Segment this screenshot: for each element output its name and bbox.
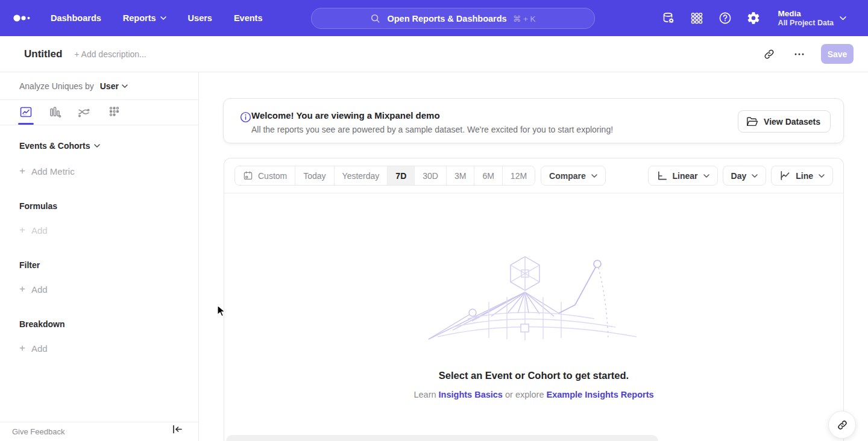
nav-dashboards[interactable]: Dashboards xyxy=(51,13,101,23)
report-description-placeholder[interactable]: + Add description... xyxy=(74,49,146,59)
add-filter-button[interactable]: + Add xyxy=(19,283,198,295)
plus-icon: + xyxy=(19,165,25,177)
search-shortcut: ⌘ + K xyxy=(513,14,536,23)
add-formula-button[interactable]: + Add xyxy=(19,224,198,236)
report-title[interactable]: Untitled xyxy=(24,48,62,60)
date-range-today[interactable]: Today xyxy=(295,166,333,185)
add-filter-label: Add xyxy=(31,284,48,295)
plus-icon: + xyxy=(19,224,25,236)
project-selector[interactable]: Media All Project Data xyxy=(778,8,846,28)
empty-state-title: Select an Event or Cohort to get started… xyxy=(224,370,843,381)
data-management-icon[interactable] xyxy=(661,11,676,25)
analyze-label: Analyze Uniques by xyxy=(19,81,94,91)
nav-users[interactable]: Users xyxy=(188,13,212,23)
chart-type-button[interactable]: Line xyxy=(771,166,833,186)
date-range-label: Custom xyxy=(258,171,287,181)
search-placeholder: Open Reports & Dashboards xyxy=(387,14,506,23)
chart-type-label: Line xyxy=(796,171,813,181)
sidebar-footer: Give Feedback xyxy=(0,422,198,441)
date-range-12m[interactable]: 12M xyxy=(502,166,535,185)
bar-chart-icon xyxy=(48,105,62,119)
formulas-label: Formulas xyxy=(19,201,57,211)
date-range-segmented-control: Custom Today Yesterday 7D 30D 3M 6M 12M xyxy=(234,166,535,186)
date-range-label: 30D xyxy=(423,171,438,181)
date-range-30d[interactable]: 30D xyxy=(414,166,446,185)
nav-reports-label: Reports xyxy=(123,13,156,23)
view-datasets-label: View Datasets xyxy=(764,117,820,127)
visualization-tabs xyxy=(0,100,198,125)
chevron-down-icon xyxy=(703,174,709,178)
global-search[interactable]: Open Reports & Dashboards ⌘ + K xyxy=(311,8,595,29)
insights-line-icon xyxy=(19,105,33,119)
save-button[interactable]: Save xyxy=(821,44,854,64)
plus-icon: + xyxy=(19,283,25,295)
collapse-sidebar-icon[interactable] xyxy=(172,425,183,434)
link-icon xyxy=(837,419,848,431)
insights-basics-link[interactable]: Insights Basics xyxy=(439,390,503,399)
project-name: Media xyxy=(778,8,834,19)
date-range-6m[interactable]: 6M xyxy=(474,166,502,185)
date-range-7d[interactable]: 7D xyxy=(387,166,414,185)
nav-reports[interactable]: Reports xyxy=(123,13,166,23)
project-scope: All Project Data xyxy=(778,19,834,28)
events-cohorts-label: Events & Cohorts xyxy=(19,141,90,151)
calendar-icon xyxy=(243,170,253,181)
plus-icon: + xyxy=(19,342,25,354)
example-insights-reports-link[interactable]: Example Insights Reports xyxy=(546,390,653,399)
chart-display-controls: Linear Day Line xyxy=(648,166,833,186)
give-feedback-link[interactable]: Give Feedback xyxy=(12,427,64,436)
bottom-panel-edge xyxy=(226,435,658,441)
date-range-custom[interactable]: Custom xyxy=(235,166,295,185)
tab-flows[interactable] xyxy=(76,100,92,124)
nav-events-label: Events xyxy=(234,13,263,23)
view-datasets-button[interactable]: View Datasets xyxy=(738,110,831,133)
analyze-value-dropdown[interactable]: User xyxy=(100,81,128,91)
add-breakdown-label: Add xyxy=(31,343,48,354)
date-range-3m[interactable]: 3M xyxy=(446,166,474,185)
insights-report-card: Custom Today Yesterday 7D 30D 3M 6M 12M … xyxy=(224,158,844,441)
date-range-label: 7D xyxy=(395,171,406,181)
settings-gear-icon[interactable] xyxy=(746,11,761,25)
line-chart-icon xyxy=(779,170,791,181)
report-header: Untitled + Add description... Save xyxy=(0,36,868,72)
date-range-label: 3M xyxy=(454,171,466,181)
info-icon xyxy=(239,111,252,124)
nav-users-label: Users xyxy=(188,13,212,23)
scale-button[interactable]: Linear xyxy=(648,166,718,186)
date-range-yesterday[interactable]: Yesterday xyxy=(334,166,388,185)
linear-scale-icon xyxy=(656,170,668,181)
tab-bar-chart[interactable] xyxy=(47,100,63,124)
interval-button[interactable]: Day xyxy=(723,166,767,186)
analyze-value: User xyxy=(100,81,119,91)
chevron-down-icon xyxy=(94,144,100,148)
date-range-label: Today xyxy=(303,171,326,181)
formulas-header: Formulas xyxy=(19,201,198,211)
add-breakdown-button[interactable]: + Add xyxy=(19,342,198,354)
nav-events[interactable]: Events xyxy=(234,13,263,23)
report-header-actions: Save xyxy=(761,44,854,64)
tab-insights-line[interactable] xyxy=(18,100,34,124)
more-options-icon[interactable] xyxy=(791,46,808,63)
date-range-label: Yesterday xyxy=(342,171,380,181)
scale-label: Linear xyxy=(673,171,698,181)
breakdown-header: Breakdown xyxy=(19,319,198,329)
top-navigation-bar: Dashboards Reports Users Events Open Rep… xyxy=(0,0,868,36)
add-metric-button[interactable]: + Add Metric xyxy=(19,165,198,177)
empty-state-illustration xyxy=(410,254,658,347)
filter-label: Filter xyxy=(19,260,40,270)
mixpanel-logo[interactable] xyxy=(13,14,33,22)
folder-icon xyxy=(746,116,758,127)
analyze-uniques-row: Analyze Uniques by User xyxy=(0,72,198,100)
query-builder-sidebar: Analyze Uniques by User xyxy=(0,72,199,441)
help-icon[interactable] xyxy=(718,11,732,25)
tab-metrics-grid[interactable] xyxy=(105,100,121,124)
apps-grid-icon[interactable] xyxy=(690,11,704,25)
chevron-down-icon xyxy=(122,84,128,88)
share-link-floating-button[interactable] xyxy=(828,411,856,439)
copy-link-icon[interactable] xyxy=(761,46,778,63)
compare-button[interactable]: Compare xyxy=(541,166,606,186)
banner-subtitle: All the reports you see are powered by a… xyxy=(251,125,613,134)
primary-nav: Dashboards Reports Users Events xyxy=(51,13,262,23)
chevron-down-icon xyxy=(160,16,166,20)
events-cohorts-header[interactable]: Events & Cohorts xyxy=(19,141,198,151)
